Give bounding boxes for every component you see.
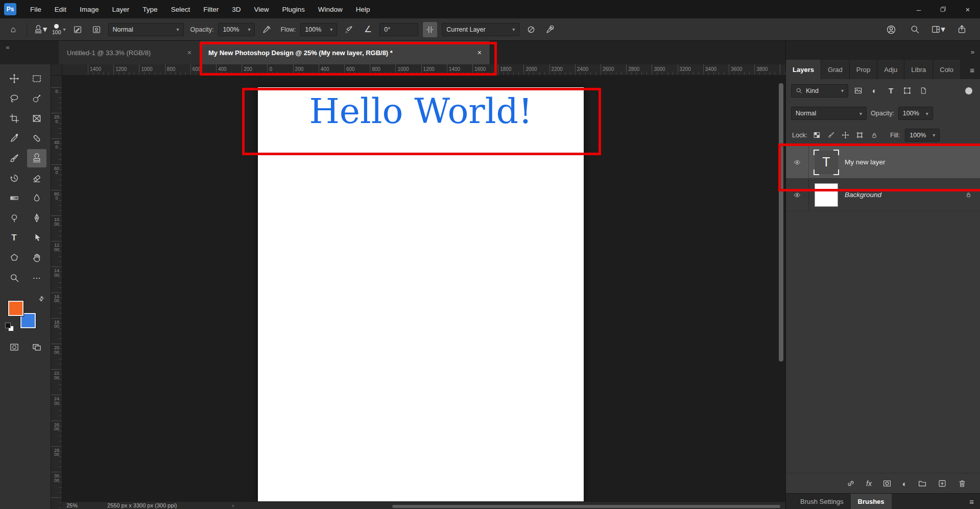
aligned-toggle[interactable] (423, 22, 437, 37)
delete-layer-button[interactable] (958, 479, 967, 488)
workspace-button[interactable]: ▾ (931, 22, 945, 37)
tab-layers[interactable]: Layers (786, 60, 821, 79)
menu-type[interactable]: Type (136, 0, 164, 18)
pressure-size-button[interactable] (543, 22, 557, 37)
flow-input[interactable]: 100% ▾ (300, 23, 337, 36)
document-tab-untitled[interactable]: Untitled-1 @ 33.3% (RGB/8) × (59, 41, 200, 64)
menu-help[interactable]: Help (349, 0, 377, 18)
sample-mode-select[interactable]: Current Layer ▾ (442, 23, 519, 36)
tool-brush[interactable] (5, 149, 24, 167)
restore-button[interactable] (931, 0, 955, 18)
tool-hand[interactable] (27, 249, 46, 267)
filter-type-layers-button[interactable]: T (885, 85, 897, 97)
tab-color[interactable]: Colo (933, 60, 960, 79)
layer-style-button[interactable]: fx (866, 479, 872, 488)
search-button[interactable] (907, 22, 922, 37)
tab-properties[interactable]: Prop (850, 60, 877, 79)
canvas-document[interactable]: Hello World! (258, 87, 584, 502)
layer-row-background[interactable]: Background (786, 179, 980, 211)
link-layers-button[interactable] (846, 479, 855, 488)
tool-eraser[interactable] (27, 169, 46, 187)
horizontal-scrollbar[interactable] (392, 505, 780, 508)
tool-dodge[interactable] (5, 209, 24, 227)
menu-layer[interactable]: Layer (106, 0, 136, 18)
angle-input[interactable]: 0° (379, 23, 418, 36)
lock-transparency-button[interactable] (812, 131, 822, 140)
menu-edit[interactable]: Edit (48, 0, 73, 18)
tool-spot-healing[interactable] (27, 129, 46, 148)
vertical-ruler[interactable]: 0200400600800100012001400160018002000220… (51, 76, 62, 509)
menu-window[interactable]: Window (312, 0, 349, 18)
collapse-toolbar-icon[interactable]: « (0, 41, 15, 64)
tool-move[interactable] (5, 69, 24, 88)
close-tab-icon[interactable]: × (187, 49, 192, 57)
tool-pen[interactable] (27, 209, 46, 227)
filter-shape-layers-button[interactable] (901, 85, 914, 97)
tool-eyedropper[interactable] (5, 129, 24, 148)
layer-thumbnail-background[interactable] (815, 183, 838, 207)
zoom-level[interactable]: 25% (62, 502, 78, 508)
tab-gradients[interactable]: Grad (821, 60, 850, 79)
tab-libraries[interactable]: Libra (904, 60, 933, 79)
blend-mode-select[interactable]: Normal ▾ (108, 23, 184, 36)
filter-toggle[interactable] (965, 87, 972, 94)
default-colors-icon[interactable] (5, 323, 14, 331)
home-icon[interactable]: ⌂ (6, 22, 20, 37)
close-tab-icon[interactable]: × (477, 49, 482, 57)
pressure-opacity-button[interactable] (259, 22, 274, 37)
vertical-scrollbar[interactable] (779, 83, 783, 361)
account-button[interactable] (884, 22, 898, 37)
layer-visibility-toggle[interactable] (786, 179, 809, 211)
expand-dock-icon[interactable]: » (971, 48, 974, 56)
tool-clone-stamp[interactable] (27, 149, 46, 167)
add-layer-mask-button[interactable] (882, 479, 892, 488)
new-layer-button[interactable] (938, 479, 947, 488)
layer-fill-input[interactable]: 100% ▾ (905, 129, 940, 142)
menu-plugins[interactable]: Plugins (275, 0, 311, 18)
filter-kind-select[interactable]: Kind ▾ (791, 84, 848, 98)
filter-pixel-layers-button[interactable] (852, 85, 865, 97)
bottom-panel-menu-icon[interactable]: ≡ (969, 494, 980, 509)
horizontal-ruler[interactable]: 1400120010008006004002000200400600800100… (62, 64, 785, 76)
new-adjustment-layer-button[interactable]: ◐ (902, 479, 907, 488)
layer-name[interactable]: Background (845, 191, 881, 199)
tab-adjustments[interactable]: Adju (877, 60, 904, 79)
share-button[interactable] (954, 22, 969, 37)
tool-rectangular-marquee[interactable] (27, 69, 46, 88)
tool-preset-button[interactable]: ▾ (33, 22, 47, 37)
lock-position-button[interactable] (841, 131, 850, 140)
layer-visibility-toggle[interactable] (786, 146, 809, 178)
tool-history-brush[interactable] (5, 169, 24, 187)
lock-artboard-button[interactable] (855, 131, 865, 140)
screen-mode-button[interactable] (27, 338, 46, 356)
tool-shape[interactable] (5, 249, 24, 267)
new-group-button[interactable] (918, 479, 927, 488)
tool-smudge[interactable] (27, 189, 46, 207)
close-button[interactable]: × (955, 0, 980, 18)
tool-path-selection[interactable] (27, 229, 46, 247)
tool-frame[interactable] (27, 109, 46, 128)
menu-file[interactable]: File (23, 0, 48, 18)
menu-3d[interactable]: 3D (225, 0, 247, 18)
airbrush-button[interactable] (342, 22, 356, 37)
tool-lasso[interactable] (5, 89, 24, 108)
tool-type[interactable]: T (5, 229, 24, 247)
foreground-color-swatch[interactable] (8, 301, 23, 316)
tool-crop[interactable] (5, 109, 24, 128)
menu-image[interactable]: Image (73, 0, 106, 18)
filter-smart-objects-button[interactable] (917, 85, 930, 97)
brush-preset-picker[interactable]: 100 ▾ (52, 24, 66, 35)
document-tab-my-new-design[interactable]: My New Photoshop Design @ 25% (My new la… (200, 41, 490, 64)
toggle-clone-source-button[interactable] (89, 22, 104, 37)
panel-menu-icon[interactable]: ≡ (970, 66, 974, 75)
menu-filter[interactable]: Filter (197, 0, 225, 18)
quick-mask-button[interactable] (5, 338, 24, 356)
minimize-button[interactable]: – (906, 0, 931, 18)
tool-gradient[interactable] (5, 189, 24, 207)
menu-select[interactable]: Select (164, 0, 197, 18)
swap-colors-icon[interactable]: ⇄ (37, 294, 46, 303)
tab-brushes[interactable]: Brushes (851, 494, 892, 509)
tool-edit-toolbar[interactable]: ⋯ (27, 269, 46, 287)
layer-thumbnail-text[interactable]: T (815, 151, 838, 174)
layer-opacity-input[interactable]: 100% ▾ (898, 107, 933, 120)
